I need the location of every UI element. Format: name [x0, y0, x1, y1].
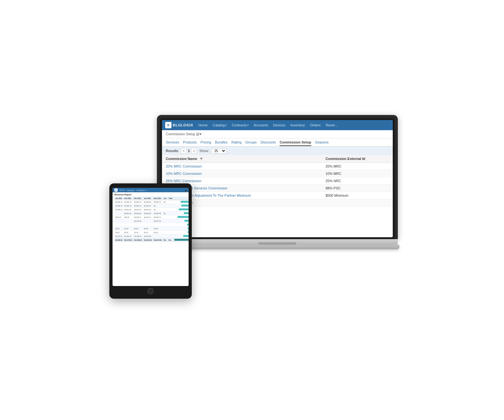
tablet-screen: B Home Catalog ▾ Contracts ▾ Revenue Rep… — [113, 188, 189, 286]
commission-ext-id: 20% MRC — [326, 164, 389, 168]
pagination: < 1 > — [181, 148, 197, 154]
nav-devices[interactable]: Devices — [273, 123, 285, 127]
tablet-data-row: $1.50$1.50$1.50$1.50$1.50 — [114, 231, 189, 234]
contracts-dropdown-arrow: ▾ — [247, 124, 249, 127]
laptop-bezel: B BLULOGIX Home Catalog ▾ Contracts ▾ Ac… — [160, 118, 395, 239]
tablet-col-jan: Jan 2022 — [114, 197, 123, 200]
commission-ext-id — [326, 201, 389, 205]
tablet-body: Revenue Report Jan 2022 Feb 2022 Mar 202… — [113, 192, 189, 243]
tablet-col-may: May 2022 — [153, 197, 163, 200]
tablet-col-feb: Feb 2022 — [123, 197, 133, 200]
tablet-data-row: $2,866.70$2,866.70$2,866.70$2,866.95$2,8… — [114, 200, 189, 204]
tablet-navbar: B Home Catalog ▾ Contracts ▾ — [113, 188, 189, 192]
tab-pricing[interactable]: Pricing — [201, 140, 211, 146]
tablet-col-mar: Mar 2022 — [133, 197, 143, 200]
show-label: Show: — [199, 149, 209, 153]
tablet-table: Jan 2022 Feb 2022 Mar 2022 Apr 2022 May … — [114, 197, 189, 242]
tab-groups[interactable]: Groups — [245, 140, 257, 146]
tablet-data-row: $8,391.50$3,895.89$3,895.89$3,995.89$1..… — [114, 212, 189, 215]
table-row[interactable]: 20% MRC Commission 20% MRC — [162, 163, 393, 170]
nav-revenue[interactable]: Rever... — [326, 123, 338, 127]
laptop-screen-outer: B BLULOGIX Home Catalog ▾ Contracts ▾ Ac… — [157, 115, 398, 239]
tablet-data-row: $460.00$64.80$5,308.74$3,300.74$3,900.74 — [114, 215, 189, 219]
tablet-data-row: $3,498.10$3,851.80$3,851.80$3,851.80$3..… — [114, 208, 189, 212]
commission-ext-id: 88% PSC — [326, 186, 389, 190]
tablet-total-row: $4,838.91$11,575.61$12,456.21$13,218.91$… — [114, 238, 189, 242]
tablet-col-chart — [173, 197, 189, 200]
col-header-name: Commission Name — [166, 157, 326, 161]
nav-home[interactable]: Home — [198, 123, 208, 127]
app-logo: B BLULOGIX — [165, 122, 193, 128]
table-row[interactable]: $500 Commission Adjustment To The Partne… — [162, 192, 393, 199]
table-header: Commission Name Commission External Id — [162, 155, 393, 163]
commission-ext-id: $500 Minimum — [326, 194, 389, 197]
commission-table: Commission Name Commission External Id 2… — [162, 155, 393, 237]
tablet-nav-catalog: Catalog ▾ — [126, 189, 134, 191]
prev-page-button[interactable]: < — [181, 148, 187, 154]
tablet-data-row: $2,379.11$2,484.42$2,489.42$1,284.89 — [114, 234, 189, 238]
show-select[interactable]: 25 50 100 — [211, 148, 226, 154]
nav-accounts[interactable]: Accounts — [254, 123, 268, 127]
scene: B BLULOGIX Home Catalog ▾ Contracts ▾ Ac… — [109, 115, 395, 305]
table-row[interactable]: 25% NRC Commission 25% NRC — [162, 177, 393, 185]
results-label: Results — [166, 149, 178, 153]
tablet-data-row: $4,323.39$3,897.39 — [114, 219, 189, 223]
col-header-ext-id: Commission External Id — [326, 157, 389, 161]
toolbar: Results < 1 > Show: 25 50 100 — [162, 146, 393, 155]
laptop-foot — [155, 245, 399, 249]
commission-name: 20% MRC Commission — [166, 164, 326, 168]
commission-name: 25% NRC Commission — [166, 179, 326, 183]
nav-inventory[interactable]: Inventory — [291, 123, 305, 127]
tablet-data-row: $2,866.70$2,866.70$2,866.70$2,866.70$2..… — [114, 204, 189, 208]
commission-ext-id: 10% MRC — [326, 172, 389, 175]
commission-ext-id: 25% NRC — [326, 179, 389, 183]
filter-icon[interactable] — [199, 157, 203, 161]
tablet-title: Revenue Report — [114, 194, 187, 196]
tablet-camera — [185, 190, 187, 192]
catalog-dropdown-arrow: ▾ — [225, 124, 227, 127]
tablet-device: B Home Catalog ▾ Contracts ▾ Revenue Rep… — [109, 183, 192, 299]
current-page: 1 — [188, 149, 190, 153]
logo-text: BLULOGIX — [173, 123, 193, 127]
tab-bundles[interactable]: Bundles — [215, 140, 228, 146]
tab-commission-setup[interactable]: Commission Setup — [280, 140, 311, 146]
nav-catalog[interactable]: Catalog ▾ — [213, 123, 227, 127]
tab-rating[interactable]: Rating — [231, 140, 242, 146]
tablet-data-row: $1.90$1.90$1.90$1.90$1.90 — [114, 227, 189, 231]
tablet-col-apr: Apr 2022 — [143, 197, 153, 200]
table-row[interactable]: 10% Commission — [162, 199, 393, 207]
breadcrumb: Commission Setup @▾ — [162, 130, 393, 138]
laptop-base — [157, 239, 398, 245]
tablet-logo: B — [114, 188, 118, 192]
table-row[interactable]: 88% Professional Services Commission 88%… — [162, 185, 393, 192]
nav-orders[interactable]: Orders — [310, 123, 321, 127]
navbar: B BLULOGIX Home Catalog ▾ Contracts ▾ Ac… — [162, 120, 393, 130]
tab-seasons[interactable]: Seasons — [315, 140, 329, 146]
tab-discounts[interactable]: Discounts — [261, 140, 276, 146]
table-row[interactable]: 10% MRC Commission 10% MRC — [162, 170, 393, 177]
tab-services[interactable]: Services — [166, 140, 179, 146]
tablet-home-button[interactable] — [147, 288, 154, 294]
commission-name: 10% MRC Commission — [166, 172, 326, 175]
next-page-button[interactable]: > — [191, 148, 197, 154]
laptop-device: B BLULOGIX Home Catalog ▾ Contracts ▾ Ac… — [157, 115, 398, 249]
tablet-nav-contracts: Contracts ▾ — [136, 189, 146, 191]
tabs-bar: Services Products Pricing Bundles Rating… — [162, 138, 393, 146]
nav-contracts[interactable]: Contracts ▾ — [232, 123, 249, 127]
tab-products[interactable]: Products — [183, 140, 197, 146]
tablet-content: B Home Catalog ▾ Contracts ▾ Revenue Rep… — [113, 188, 189, 286]
tablet-nav-home: Home — [120, 189, 125, 191]
tablet-data-row — [114, 223, 189, 227]
tablet-col-total: Total — [168, 197, 173, 200]
laptop-screen: B BLULOGIX Home Catalog ▾ Contracts ▾ Ac… — [162, 120, 393, 237]
laptop-hinge — [258, 242, 296, 245]
app-ui: B BLULOGIX Home Catalog ▾ Contracts ▾ Ac… — [162, 120, 393, 237]
tablet-col-jun: Jun — [163, 197, 168, 200]
tablet-outer: B Home Catalog ▾ Contracts ▾ Revenue Rep… — [109, 183, 192, 299]
logo-icon: B — [165, 122, 171, 128]
